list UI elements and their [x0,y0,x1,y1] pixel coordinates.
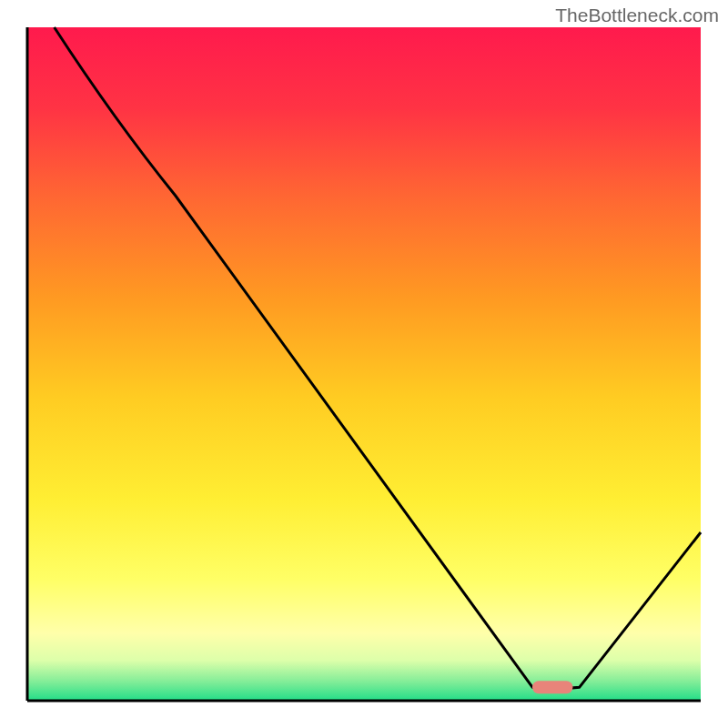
chart-container: TheBottleneck.com [0,0,728,728]
watermark-text: TheBottleneck.com [555,5,719,26]
chart-svg [0,0,728,728]
optimal-marker [532,681,572,693]
plot-background [27,27,701,701]
